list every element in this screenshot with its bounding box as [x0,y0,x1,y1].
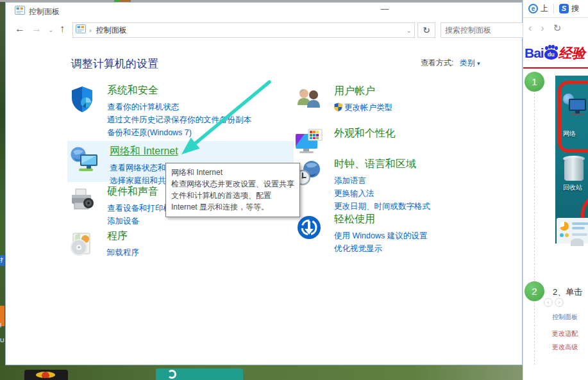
baidu-jingyan-logo[interactable]: Bai du 经验 [523,38,588,69]
navigation-bar: ← → ⌄ ↑ › 控制面板 ⌄ ↻ [6,19,522,41]
breadcrumb-chevron-icon[interactable]: › [89,26,92,34]
tooltip-line: 网络和 Internet [171,167,294,178]
back-button[interactable]: ← [15,23,25,35]
link-change-date-time-format[interactable]: 更改日期、时间或数字格式 [334,200,430,213]
link-devices-printers[interactable]: 查看设备和打印机 [107,202,171,215]
category-user-accounts: 用户帐户 更改帐户类型 [294,85,392,117]
browser-nav-bar: ‹ › ↻ [523,18,588,38]
sogou-icon[interactable]: S [559,4,569,13]
step-2-text: 2、单击 [553,286,582,298]
recycle-bin-body [564,158,584,181]
category-title-network-internet[interactable]: 网络和 Internet [110,145,178,158]
category-programs: 程序 卸载程序 [67,229,139,261]
appearance-personalization-icon [294,127,328,159]
divider [553,4,554,13]
panel-forward-button[interactable]: › [541,22,544,34]
ease-of-access-icon [294,213,328,255]
address-dropdown-button[interactable]: ⌄ [407,27,412,34]
network-desktop-icon [563,94,586,122]
view-by-label: 查看方式: [421,58,453,67]
category-system-security: 系统和安全 查看你的计算机状态 通过文件历史记录保存你的文件备份副本 备份和还原… [67,84,251,139]
refresh-button[interactable]: ↻ [417,22,435,38]
desktop-icon-fragment: U [0,337,4,343]
category-clock-language-region: 时钟、语言和区域 添加语言 更换输入法 更改日期、时间或数字格式 [294,158,430,213]
breadcrumb[interactable]: 控制面板 [96,25,127,36]
window-fragment [557,218,588,244]
control-panel-icon [15,6,25,17]
link-view-computer-status[interactable]: 查看你的计算机状态 [107,101,251,113]
link-add-language[interactable]: 添加语言 [334,174,430,187]
control-panel-window: 控制面板 — ← → ⌄ ↑ › 控制面板 ⌄ ↻ 调整计算机的设置 查看方式: [5,2,523,365]
step-1-badge: 1 [525,72,544,92]
titlebar[interactable]: 控制面板 — [6,3,522,19]
step-connector-line [534,302,535,367]
view-by-control: 查看方式: 类别 ▾ [421,58,480,69]
tooltip-line: 文件和计算机的首选项、配置 [171,190,294,201]
carousel-prev-icon[interactable]: ‹ [544,298,553,307]
network-icon-label: 网络 [555,129,588,138]
browser-extension-bar: e 上 S 搜 [523,0,588,18]
step-2-badge: 2 [525,281,544,301]
category-appearance: 外观和个性化 [294,127,396,159]
baidu-logo-text: Bai [525,45,544,61]
baidu-paw-icon: du [544,46,558,60]
network-internet-icon [70,145,103,182]
panel-refresh-button[interactable]: ↻ [553,22,562,34]
link-backup-restore-win7[interactable]: 备份和还原(Windows 7) [107,126,251,139]
system-security-shield-icon [67,84,101,139]
link-uninstall-program[interactable]: 卸载程序 [107,246,139,259]
link-change-input-method[interactable]: 更换输入法 [334,187,430,200]
desktop-icon-fragment [156,368,243,380]
category-title-clock-language[interactable]: 时钟、语言和区域 [334,158,416,171]
jingyan-logo-text: 经验 [559,44,585,62]
tooltip-line: Internet 显示和连接，等等。 [171,201,294,213]
baidu-paw-du-text: du [544,49,558,60]
desktop-icon-fragment [24,370,68,380]
programs-cd-icon [67,229,101,261]
screen: 扌 l U 控制面板 — ← → ⌄ ↑ › [0,0,588,380]
search-box [441,22,523,38]
browser-e-label[interactable]: 上 [541,3,548,14]
panel-link-control-panel[interactable]: 控制面板 [552,313,578,322]
category-title-programs[interactable]: 程序 [107,229,128,243]
minimize-button[interactable]: — [376,3,393,17]
browser-e-icon[interactable]: e [528,4,538,13]
category-title-ease-of-access[interactable]: 轻松使用 [334,213,375,226]
address-bar[interactable]: › 控制面板 ⌄ [72,22,415,38]
step-connector-line [534,94,535,281]
category-title-user-accounts[interactable]: 用户帐户 [334,85,375,98]
link-file-history-backup[interactable]: 通过文件历史记录保存你的文件备份副本 [107,113,251,126]
link-change-account-type[interactable]: 更改帐户类型 [334,101,392,115]
history-dropdown-button[interactable]: ⌄ [48,26,53,33]
link-optimize-visual-display[interactable]: 优化视觉显示 [334,242,427,255]
page-title: 调整计算机的设置 [71,56,158,71]
link-change-account-type-label[interactable]: 更改帐户类型 [344,103,392,112]
category-title-appearance[interactable]: 外观和个性化 [334,127,396,140]
search-input[interactable] [441,23,523,37]
forward-button[interactable]: → [31,23,42,35]
panel-link-change-adapter[interactable]: 更改适配 [552,329,578,338]
view-by-caret-icon[interactable]: ▾ [477,60,480,67]
hardware-sound-printer-icon [67,185,101,227]
category-hardware-sound: 硬件和声音 查看设备和打印机 添加设备 [67,185,171,227]
tooltip-network-internet: 网络和 Internet 检查网络状态并更改设置、设置共享 文件和计算机的首选项… [165,163,300,217]
desktop-icon-fragment: l [0,322,1,329]
panel-back-button[interactable]: ‹ [528,22,532,34]
desktop-background-bottom [0,365,588,380]
category-title-system-security[interactable]: 系统和安全 [107,84,158,97]
panel-link-change-advanced[interactable]: 更改高级 [552,343,578,352]
baidu-experience-panel: e 上 S 搜 ‹ › ↻ Bai du 经验 1 网络 [523,0,588,380]
uac-shield-icon [334,104,342,113]
user-accounts-icon [294,85,328,117]
carousel-next-icon[interactable]: › [555,298,564,307]
up-button[interactable]: ↑ [60,23,65,35]
category-ease-of-access: 轻松使用 使用 Windows 建议的设置 优化视觉显示 [294,213,427,255]
tooltip-line: 检查网络状态并更改设置、设置共享 [171,178,294,190]
view-by-value[interactable]: 类别 [460,58,475,67]
browser-s-label[interactable]: 搜 [571,3,579,14]
step-1-screenshot-thumbnail: 网络 回收站 [555,76,588,244]
window-title: 控制面板 [29,6,60,17]
link-suggested-settings[interactable]: 使用 Windows 建议的设置 [334,229,427,242]
link-add-device[interactable]: 添加设备 [107,215,171,227]
category-title-hardware-sound[interactable]: 硬件和声音 [107,185,158,199]
